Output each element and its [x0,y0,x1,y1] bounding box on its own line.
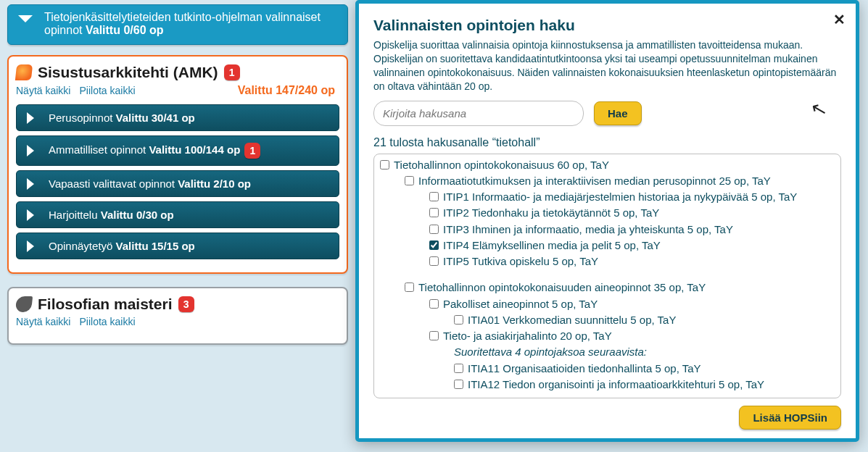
tree-checkbox[interactable] [429,331,439,340]
tree-row[interactable]: ITIA13 Tiedon organisoinnin kirjatentti … [454,393,824,395]
tree-row[interactable]: Pakolliset aineopinnot 5 op, TaY [429,296,824,312]
elective-banner[interactable]: Tietojenkäsittelytieteiden tutkinto-ohje… [7,4,348,45]
program-title: Filosofian maisteri [38,296,173,313]
tree-row[interactable]: ITIP1 Informaatio- ja mediajärjestelmien… [429,189,824,205]
accordion-credits: Valittu 15/15 op [116,240,195,252]
chevron-right-icon [27,209,34,221]
search-button[interactable]: Hae [594,101,642,125]
tree-row[interactable]: Informaatiotutkimuksen ja interaktiivise… [405,173,824,189]
modal-footer: Lisää HOPSiin [373,398,841,430]
hide-all-link[interactable]: Piilota kaikki [79,316,135,327]
banner-prefix: opinnot [44,24,86,36]
accordion-label: Harjoittelu [49,209,101,221]
accordion-label: Vapaasti valittavat opinnot [49,177,178,190]
tree-checkbox[interactable] [429,192,439,201]
results-count: 21 tulosta hakusanalle “tietohall” [373,136,841,149]
tree-label: ITIA12 Tiedon organisointi ja informaati… [468,377,764,392]
elective-search-modal: ✕ Valinnaisten opintojen haku Opiskelija… [355,0,859,442]
tree-children: Pakolliset aineopinnot 5 op, TaYITIA01 V… [405,296,824,395]
accordion-row[interactable]: Harjoittelu Valittu 0/30 op [16,201,339,228]
modal-title: Valinnaisten opintojen haku [373,17,841,34]
hide-all-link[interactable]: Piilota kaikki [79,85,135,96]
tree-label: Tietohallinnon opintokokonaisuus 60 op, … [394,158,609,172]
tree-row[interactable]: ITIA01 Verkkomedian suunnittelu 5 op, Ta… [454,312,824,328]
program-logo-icon [15,64,33,80]
accordion-credits: Valittu 2/10 op [178,177,251,190]
program-card: Sisustusarkkitehti (AMK) 1 Näytä kaikki … [7,55,348,274]
tree-note-row: Suoritettava 4 opintojaksoa seuraavista: [429,344,824,360]
tree-row[interactable]: ITIA12 Tiedon organisointi ja informaati… [454,377,824,393]
tree-checkbox[interactable] [429,225,439,234]
banner-line1: Tietojenkäsittelytieteiden tutkinto-ohje… [44,11,340,24]
program-badge: 1 [224,64,240,80]
tree-row[interactable]: ITIP2 Tiedonhaku ja tietokäytännöt 5 op,… [429,205,824,221]
accordion-row[interactable]: Vapaasti valittavat opinnot Valittu 2/10… [16,170,339,197]
tree-row[interactable]: Tieto- ja asiakirjahalinto 20 op, TaY [429,328,824,344]
tree-label: Tietohallinnon opintokokonaisuuden aineo… [418,280,706,295]
tree-label: ITIP5 Tutkiva opiskelu 5 op, TaY [443,254,598,269]
tree-children: ITIP1 Informaatio- ja mediajärjestelmien… [405,189,824,269]
tree-checkbox[interactable] [429,256,439,266]
cursor-icon: ↖ [808,96,829,122]
tree-children: ITIA11 Organisaatioiden tiedonhallinta 5… [429,361,824,395]
accordion-label: Perusopinnot [49,112,116,124]
tree-row[interactable]: Tietohallinnon opintokokonaisuus 60 op, … [380,157,824,173]
page-background: Tietojenkäsittelytieteiden tutkinto-ohje… [0,0,355,358]
tree-row[interactable]: ITIP4 Elämyksellinen media ja pelit 5 op… [429,238,824,254]
tree-row[interactable]: Tietohallinnon opintokokonaisuuden aineo… [405,280,824,296]
search-row: Hae ↖ [373,101,841,126]
tree-checkbox[interactable] [429,240,439,250]
program-logo-icon [15,296,33,312]
tree-checkbox[interactable] [429,299,439,309]
tree-row[interactable]: ITIP3 Ihminen ja informaatio, media ja y… [429,222,824,238]
program-credits: Valittu 147/240 op [238,84,339,97]
chevron-down-icon [18,15,33,22]
tree-row[interactable]: ITIP5 Tutkiva opiskelu 5 op, TaY [429,254,824,269]
accordion-credits: Valittu 30/41 op [116,112,195,124]
close-icon[interactable]: ✕ [833,11,846,28]
tree-label: Informaatiotutkimuksen ja interaktiivise… [418,174,771,188]
tree-label: ITIP2 Tiedonhaku ja tietokäytännöt 5 op,… [443,206,659,220]
show-all-link[interactable]: Näytä kaikki [16,316,70,327]
chevron-right-icon [27,112,34,124]
tree-label: ITIA11 Organisaatioiden tiedonhallinta 5… [468,361,701,376]
tree-checkbox[interactable] [454,364,463,373]
program-title: Sisustusarkkitehti (AMK) [38,64,218,81]
tree-label: ITIP1 Informaatio- ja mediajärjestelmien… [443,190,797,204]
search-input[interactable] [373,101,584,126]
tree-children: ITIA01 Verkkomedian suunnittelu 5 op, Ta… [429,312,824,328]
program-links: Näytä kaikki Piilota kaikki Valittu 147/… [16,84,339,97]
add-to-hops-button[interactable]: Lisää HOPSiin [739,406,841,430]
tree-checkbox[interactable] [405,282,414,292]
accordion-label: Opinnäytetyö [49,240,116,252]
tree-note: Suoritettava 4 opintojaksoa seuraavista: [454,345,647,359]
accordion-row[interactable]: Ammatilliset opinnot Valittu 100/144 op1 [16,135,339,166]
chevron-right-icon [27,240,34,252]
program-title-row: Filosofian maisteri 3 [16,296,339,313]
accordion-credits: Valittu 0/30 op [101,209,174,221]
tree-checkbox[interactable] [380,160,389,170]
tree-checkbox[interactable] [429,208,439,217]
chevron-right-icon [27,178,34,190]
program-card: Filosofian maisteri 3 Näytä kaikki Piilo… [7,287,348,345]
accordion-row[interactable]: Opinnäytetyö Valittu 15/15 op [16,233,339,259]
tree-checkbox[interactable] [454,315,463,325]
accordion-credits: Valittu 100/144 op [149,143,240,156]
tree-checkbox[interactable] [405,176,414,185]
tree-label: ITIP3 Ihminen ja informaatio, media ja y… [443,222,733,237]
tree-checkbox[interactable] [454,380,463,389]
accordion-label: Ammatilliset opinnot [49,143,149,156]
tree-label: ITIA13 Tiedon organisoinnin kirjatentti … [468,393,698,395]
banner-line2: opinnot Valittu 0/60 op [44,24,340,37]
accordion-row[interactable]: Perusopinnot Valittu 30/41 op [16,104,339,131]
program-title-row: Sisustusarkkitehti (AMK) 1 [16,64,339,81]
results-tree[interactable]: Tietohallinnon opintokokonaisuus 60 op, … [380,157,838,395]
results-box: Tietohallinnon opintokokonaisuus 60 op, … [373,154,841,398]
chevron-right-icon [27,145,34,156]
show-all-link[interactable]: Näytä kaikki [16,85,70,96]
tree-label: Tieto- ja asiakirjahalinto 20 op, TaY [443,329,612,343]
banner-credits: Valittu 0/60 op [86,24,164,36]
tree-label: ITIA01 Verkkomedian suunnittelu 5 op, Ta… [468,313,676,327]
program-links: Näytä kaikki Piilota kaikki [16,316,339,327]
tree-row[interactable]: ITIA11 Organisaatioiden tiedonhallinta 5… [454,361,824,377]
